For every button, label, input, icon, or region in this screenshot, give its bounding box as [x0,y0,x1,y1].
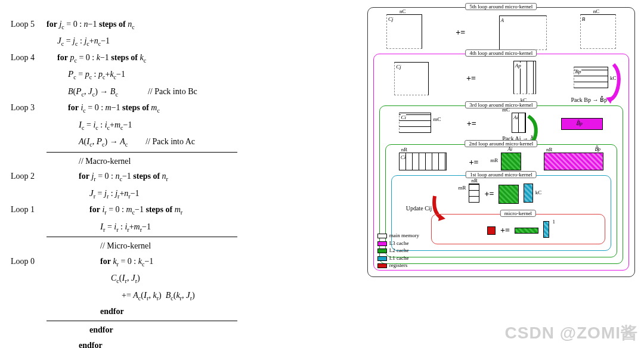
micro-kernel-comment: // Micro-kernel [47,238,355,254]
micro-kernel-title: micro-kernel [500,210,536,217]
loop3-row: Loop 3 for ic = 0 : m−1 steps of mc [11,100,355,116]
loop4-title: 4th loop around micro-kernel [466,49,537,57]
loop4-row: Loop 4 for pc = 0 : k−1 steps of kc [11,50,355,66]
loop2-title: 2nd loop around micro-kernel [465,140,538,147]
legend: main memory L3 cache L2 cache L1 cache r… [377,232,419,269]
loop-diagram: 5th loop around micro-kernel nC Cj += A … [361,0,644,348]
pack-B-row: B(Pc, Jc) → Bc// Pack into Bc [11,83,355,100]
loop5-label: Loop 5 [11,17,47,33]
macro-kernel-comment: // Macro-kernel [47,154,355,169]
micro-kernel-frame: micro-kernel += 1 [431,214,605,244]
loop1-frame: 1st loop around micro-kernel nR mR += [391,175,611,251]
loop3-label: Loop 3 [11,100,47,116]
loop2-label: Loop 2 [11,169,47,185]
loop1-label: Loop 1 [11,202,47,218]
loop3-title: 3rd loop around micro-kernel [465,101,537,108]
loop0-row: Loop 0 for kr = 0 : kc−1 [11,254,355,270]
loop2-row: Loop 2 for jr = 0 : nc−1 steps of nr [11,169,355,185]
pack-B-arrow-icon [605,62,623,104]
algorithm-pseudocode: Loop 5 for jc = 0 : n−1 steps of nc Jc =… [0,0,361,348]
plus-equals: += [456,28,465,38]
loop5-title: 5th loop around micro-kernel [466,3,537,10]
watermark: CSDN @ZOMI酱 [505,322,638,344]
loop0-label: Loop 0 [11,254,47,270]
loop5-row: Loop 5 for jc = 0 : n−1 steps of nc [11,17,355,33]
loop1-row: Loop 1 for ir = 0 : mc−1 steps of mr [11,202,355,218]
loop4-label: Loop 4 [11,50,47,66]
loop5-frame: 5th loop around micro-kernel nC Cj += A … [367,7,635,277]
pack-A-row: A(Ic, Pc) → Ac// Pack into Ac [11,133,355,150]
loop2-frame: 2nd loop around micro-kernel nR Ci += mR… [385,144,617,257]
